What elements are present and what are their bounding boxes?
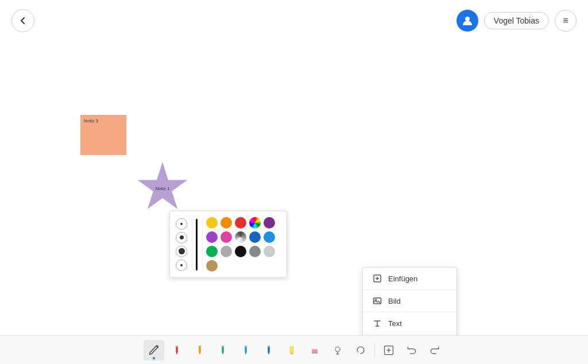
svg-rect-25 bbox=[268, 346, 269, 353]
highlighter-button[interactable] bbox=[281, 340, 302, 361]
user-name-button[interactable]: Vogel Tobias bbox=[484, 12, 549, 29]
sticky-note-2-label: Notiz 1 bbox=[156, 186, 170, 191]
svg-rect-29 bbox=[290, 353, 293, 354]
marker-green-button[interactable] bbox=[212, 340, 233, 361]
context-menu: Einfügen Bild Text bbox=[362, 267, 457, 335]
svg-point-0 bbox=[465, 17, 470, 21]
svg-rect-28 bbox=[289, 346, 293, 353]
svg-rect-16 bbox=[199, 346, 200, 353]
color-green[interactable] bbox=[206, 246, 218, 257]
color-silver[interactable] bbox=[264, 246, 275, 257]
svg-point-33 bbox=[335, 347, 339, 351]
insert-icon bbox=[372, 273, 382, 284]
sticky-note-1[interactable]: Notiz 3 bbox=[80, 115, 126, 155]
size-large[interactable] bbox=[176, 246, 187, 257]
color-gray[interactable] bbox=[249, 246, 261, 257]
header-right: Vogel Tobias ≡ bbox=[457, 10, 577, 32]
image-icon bbox=[372, 296, 382, 306]
size-medium[interactable] bbox=[176, 232, 187, 243]
context-menu-item-einfuegen[interactable]: Einfügen bbox=[363, 268, 457, 289]
sticky-note-1-label: Notiz 3 bbox=[84, 118, 98, 123]
toolbar-separator bbox=[374, 343, 375, 357]
svg-marker-23 bbox=[245, 353, 246, 354]
pen-picker bbox=[169, 211, 287, 278]
pen-preview-col bbox=[196, 217, 203, 272]
sticky-note-2[interactable]: Notiz 1 bbox=[137, 162, 188, 214]
svg-rect-13 bbox=[176, 346, 177, 353]
eraser-button[interactable] bbox=[304, 340, 325, 361]
context-menu-item-text[interactable]: Text bbox=[363, 312, 457, 334]
color-blue[interactable] bbox=[264, 231, 275, 243]
pen-tool-button[interactable] bbox=[144, 340, 164, 361]
svg-rect-21 bbox=[221, 345, 224, 347]
canvas-area[interactable]: Notiz 3 Notiz 1 bbox=[0, 41, 588, 335]
svg-marker-26 bbox=[268, 353, 269, 354]
context-menu-einfuegen-label: Einfügen bbox=[388, 274, 417, 283]
redo-button[interactable] bbox=[424, 340, 445, 361]
color-red[interactable] bbox=[235, 217, 246, 229]
context-menu-item-bing-bild[interactable]: Bing-Bild bbox=[363, 335, 457, 335]
size-small[interactable] bbox=[176, 218, 187, 230]
svg-rect-24 bbox=[244, 345, 247, 347]
pen-preview-line bbox=[196, 219, 198, 270]
header-left bbox=[11, 9, 34, 32]
color-dark-blue[interactable] bbox=[249, 231, 261, 243]
add-button[interactable] bbox=[378, 340, 399, 361]
color-tan[interactable] bbox=[206, 260, 218, 272]
undo-button[interactable] bbox=[401, 340, 422, 361]
color-dark-purple[interactable] bbox=[264, 217, 275, 229]
text-icon bbox=[372, 318, 382, 328]
header: Vogel Tobias ≡ bbox=[0, 0, 588, 41]
svg-marker-14 bbox=[176, 353, 177, 354]
context-menu-text-label: Text bbox=[388, 319, 402, 328]
svg-rect-15 bbox=[175, 345, 178, 347]
menu-button[interactable]: ≡ bbox=[555, 10, 577, 32]
marker-teal-button[interactable] bbox=[235, 340, 256, 361]
avatar-button[interactable] bbox=[457, 10, 478, 32]
pen-thickness-col bbox=[176, 217, 192, 272]
bottom-toolbar bbox=[0, 335, 588, 364]
color-orange[interactable] bbox=[220, 217, 232, 229]
marker-blue-button[interactable] bbox=[258, 340, 279, 361]
color-pink[interactable] bbox=[220, 231, 232, 243]
color-light-gray[interactable] bbox=[220, 246, 232, 257]
color-black[interactable] bbox=[235, 246, 246, 257]
svg-rect-27 bbox=[267, 345, 270, 347]
color-rainbow[interactable] bbox=[249, 217, 261, 229]
color-yellow[interactable] bbox=[206, 217, 218, 229]
svg-rect-18 bbox=[198, 345, 201, 347]
context-menu-bild-label: Bild bbox=[388, 297, 401, 305]
lasso-button[interactable] bbox=[327, 340, 348, 361]
svg-marker-20 bbox=[222, 353, 223, 354]
color-grid bbox=[206, 217, 275, 272]
lasso2-button[interactable] bbox=[350, 340, 371, 361]
user-name-label: Vogel Tobias bbox=[494, 16, 539, 25]
svg-rect-22 bbox=[245, 346, 246, 353]
marker-orange-button[interactable] bbox=[189, 340, 210, 361]
svg-marker-17 bbox=[199, 353, 200, 354]
color-gradient-gray[interactable] bbox=[235, 231, 246, 243]
svg-rect-19 bbox=[222, 346, 223, 353]
back-button[interactable] bbox=[11, 9, 34, 32]
marker-red-button[interactable] bbox=[167, 340, 187, 361]
menu-icon: ≡ bbox=[563, 16, 568, 26]
color-purple[interactable] bbox=[206, 231, 218, 243]
context-menu-item-bild[interactable]: Bild bbox=[363, 290, 457, 312]
svg-rect-31 bbox=[312, 349, 318, 353]
size-xlarge[interactable] bbox=[176, 260, 187, 271]
